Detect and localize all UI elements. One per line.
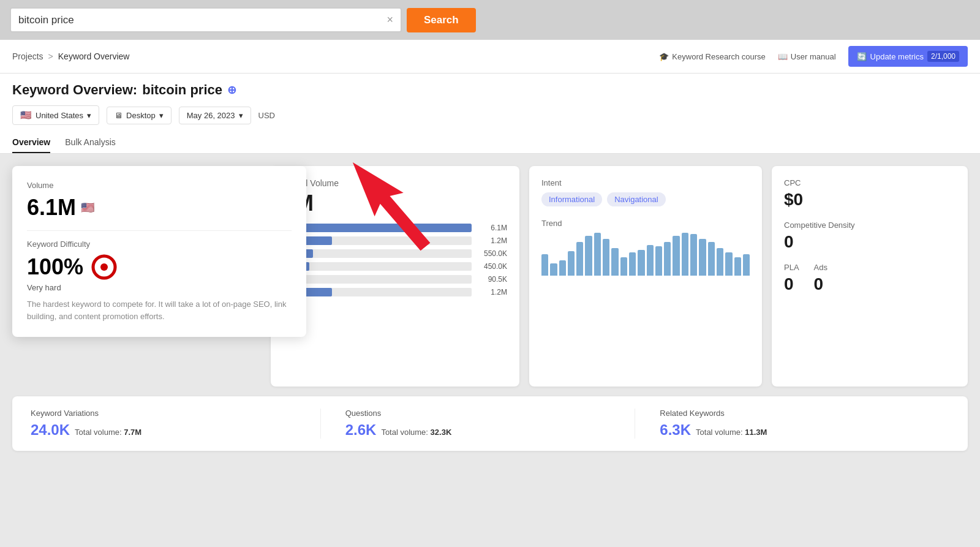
kd-ring-icon	[91, 254, 118, 281]
questions-title: Questions	[345, 409, 611, 418]
bar-label-6: 1.2M	[477, 288, 507, 296]
intent-tag-navigational: Navigational	[607, 192, 666, 206]
country-flag: 🇺🇸	[20, 110, 32, 121]
questions-count: 2.6K	[345, 421, 377, 439]
device-chevron-icon: ▾	[159, 111, 164, 120]
related-value-row: 6.3K Total volume: 11.3M	[660, 421, 925, 439]
cpc-card: CPC $0 Competitive Density 0 PLA 0 Ads 0	[772, 166, 968, 387]
trend-bar-11	[638, 250, 644, 276]
trend-bar-14	[664, 242, 671, 276]
ads-label: Ads	[814, 263, 827, 272]
related-title: Related Keywords	[660, 409, 925, 418]
search-button[interactable]: Search	[407, 8, 476, 32]
trend-bar-22	[734, 257, 741, 276]
bottom-stats: Keyword Variations 24.0K Total volume: 7…	[12, 396, 968, 451]
clear-icon[interactable]: ×	[386, 13, 393, 26]
competitive-density-metric: Competitive Density 0	[784, 221, 956, 252]
search-bar-area: × Search	[0, 0, 980, 40]
questions-volume: Total volume: 32.3K	[381, 428, 451, 437]
trend-bar-5	[585, 236, 592, 276]
course-label: Keyword Research course	[672, 52, 765, 61]
title-prefix: Keyword Overview:	[12, 82, 137, 98]
search-input[interactable]	[18, 14, 382, 26]
bar-outer-3	[297, 249, 472, 258]
trend-bars	[541, 233, 750, 276]
user-manual-link[interactable]: 📖 User manual	[778, 52, 836, 61]
trend-bar-8	[611, 248, 618, 276]
ads-metric: Ads 0	[814, 263, 827, 294]
trend-bar-3	[568, 251, 575, 276]
bar-row-2: 🇬🇧 1.2M	[283, 236, 507, 245]
volume-flag: 🇺🇸	[81, 201, 94, 214]
trend-bar-23	[743, 254, 750, 276]
breadcrumb-current: Keyword Overview	[58, 51, 130, 61]
kd-value: 100%	[27, 254, 83, 280]
ads-value: 0	[814, 274, 827, 294]
update-metrics-button[interactable]: 🔄 Update metrics 2/1,000	[848, 46, 968, 67]
country-filter[interactable]: 🇺🇸 United States ▾	[12, 105, 99, 125]
trend-bar-16	[682, 233, 688, 276]
related-count: 6.3K	[660, 421, 691, 439]
keyword-research-course-link[interactable]: 🎓 Keyword Research course	[659, 52, 765, 61]
variations-volume: Total volume: 7.7M	[75, 428, 141, 437]
filters-row: 🇺🇸 United States ▾ 🖥 Desktop ▾ May 26, 2…	[12, 105, 968, 125]
bar-outer-1	[297, 224, 472, 232]
pla-metric: PLA 0	[784, 263, 799, 294]
kd-value-row: 100%	[27, 254, 292, 281]
trend-bar-10	[629, 252, 636, 276]
bar-inner-1	[297, 224, 472, 232]
update-metrics-badge: 2/1,000	[927, 51, 959, 62]
trend-bar-7	[603, 239, 609, 276]
course-icon: 🎓	[659, 52, 669, 61]
divider	[27, 230, 292, 231]
page-title: Keyword Overview: bitcoin price ⊕	[12, 82, 968, 98]
trend-bar-20	[717, 248, 723, 276]
date-chevron-icon: ▾	[239, 111, 243, 120]
intent-tags: Informational Navigational	[541, 192, 750, 206]
volume-label: Volume	[27, 181, 292, 190]
bar-outer-4	[297, 262, 472, 271]
date-filter[interactable]: May 26, 2023 ▾	[179, 107, 251, 124]
related-keywords-stat: Related Keywords 6.3K Total volume: 11.3…	[660, 409, 949, 439]
bar-outer-2	[297, 236, 472, 245]
device-icon: 🖥	[115, 111, 123, 120]
bar-row-4: 🇦🇺 450.0K	[283, 262, 507, 271]
questions-stat: Questions 2.6K Total volume: 32.3K	[345, 409, 636, 439]
breadcrumb-parent[interactable]: Projects	[12, 51, 43, 61]
cpc-label: CPC	[784, 178, 956, 187]
trend-bar-1	[550, 263, 557, 276]
breadcrumb: Projects > Keyword Overview	[12, 51, 129, 61]
pla-label: PLA	[784, 263, 799, 272]
bar-label-4: 450.0K	[477, 262, 507, 271]
trend-bar-4	[576, 242, 583, 276]
cpc-metric: CPC $0	[784, 178, 956, 209]
cd-label: Competitive Density	[784, 221, 956, 230]
country-chevron-icon: ▾	[87, 111, 91, 120]
cpc-value: $0	[784, 190, 956, 209]
trend-bar-2	[559, 260, 566, 276]
variations-count: 24.0K	[31, 421, 70, 439]
keyword-variations-stat: Keyword Variations 24.0K Total volume: 7…	[31, 409, 321, 439]
bar-outer-5	[297, 275, 472, 284]
popup-card: Volume 6.1M 🇺🇸 Keyword Difficulty 100% V…	[12, 166, 306, 337]
date-label: May 26, 2023	[187, 111, 235, 120]
trend-bar-9	[620, 257, 627, 276]
device-filter[interactable]: 🖥 Desktop ▾	[107, 107, 172, 124]
manual-icon: 📖	[778, 52, 788, 61]
tab-bulk-analysis[interactable]: Bulk Analysis	[65, 132, 115, 153]
global-volume-value: 1M	[283, 191, 507, 216]
intent-tag-informational: Informational	[541, 192, 602, 206]
page-header: Keyword Overview: bitcoin price ⊕ 🇺🇸 Uni…	[0, 74, 980, 154]
trend-bar-17	[690, 234, 697, 276]
intent-label: Intent	[541, 178, 750, 187]
main-content: Volume 6.1M 🇺🇸 Keyword Difficulty 100% V…	[0, 154, 980, 463]
kd-description: The hardest keyword to compete for. It w…	[27, 298, 292, 322]
tab-overview[interactable]: Overview	[12, 132, 50, 153]
top-nav-right: 🎓 Keyword Research course 📖 User manual …	[659, 46, 968, 67]
trend-bar-13	[655, 246, 662, 276]
add-keyword-icon[interactable]: ⊕	[227, 83, 236, 97]
bar-label-5: 90.5K	[477, 275, 507, 284]
kd-label: Keyword Difficulty	[27, 240, 292, 249]
volume-number: 6.1M	[27, 195, 76, 221]
trend-bar-19	[708, 242, 715, 276]
